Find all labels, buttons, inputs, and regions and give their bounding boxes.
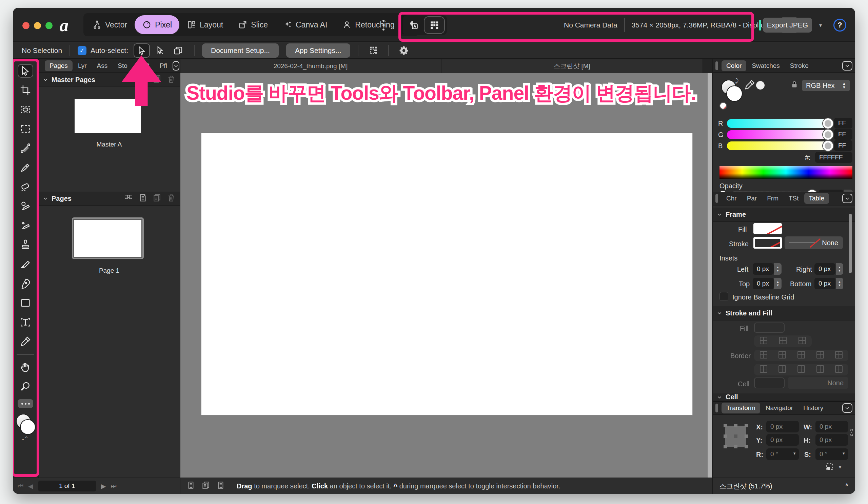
app-settings-button[interactable]: App Settings... (286, 43, 350, 58)
tab-color[interactable]: Color (722, 60, 746, 71)
tab-paragraph[interactable]: Par (742, 193, 762, 204)
assistant-button[interactable] (405, 17, 423, 33)
red-value[interactable]: FF (834, 118, 852, 128)
y-input[interactable]: 0 px (766, 434, 799, 446)
fill-color-well[interactable] (20, 419, 35, 435)
previous-page-button[interactable]: ◀ (28, 482, 33, 490)
marquee-settings-button[interactable] (366, 43, 381, 58)
view-tool[interactable] (18, 361, 33, 374)
gradient-tool[interactable] (18, 142, 33, 155)
sf-cell-style-button[interactable]: None (788, 377, 848, 389)
select-object-mode-button[interactable] (152, 43, 168, 58)
paint-brush-tool[interactable] (18, 161, 33, 174)
x-input[interactable]: 0 px (766, 421, 799, 432)
rotation-dropdown[interactable]: ▾ (793, 451, 796, 456)
shear-dropdown[interactable]: ▾ (843, 451, 845, 456)
panel-options-button[interactable] (842, 61, 852, 71)
hex-value[interactable]: FFFFFF (815, 152, 852, 163)
green-value[interactable]: FF (834, 129, 852, 140)
panel-options-button[interactable] (173, 61, 179, 71)
blue-slider-handle[interactable] (823, 141, 833, 151)
tab-navigator[interactable]: Navigator (761, 403, 798, 413)
frame-text-tool[interactable] (18, 316, 33, 329)
spectrum-bar[interactable] (720, 166, 852, 179)
last-page-button[interactable]: ⏭ (111, 482, 116, 490)
autoselect-checkbox[interactable]: ✓ (78, 46, 86, 55)
transform-mode-dropdown[interactable]: ▾ (839, 464, 841, 470)
pages-header[interactable]: Pages (39, 192, 180, 206)
tab-character[interactable]: Chr (722, 193, 742, 204)
tab-table[interactable]: Table (804, 193, 829, 204)
document-page[interactable] (201, 133, 693, 415)
green-slider[interactable] (727, 130, 830, 139)
persona-tab-layout[interactable]: Layout (179, 15, 230, 34)
red-slider-handle[interactable] (823, 119, 833, 128)
tab-text-styles[interactable]: TSt (784, 193, 804, 204)
tab-swatches[interactable]: Swatches (747, 60, 784, 71)
h-input[interactable]: 0 px (815, 434, 848, 446)
document-tab-thumb-png[interactable]: 2026-02-4_thumb.png [M] (180, 59, 441, 73)
panel-drag-handle[interactable] (715, 194, 718, 203)
more-tools-button[interactable] (18, 399, 33, 408)
panel-scrollbar[interactable] (849, 214, 852, 273)
minimize-window-button[interactable] (34, 22, 41, 29)
first-page-button[interactable]: ⏮ (18, 482, 23, 490)
select-mode-button[interactable] (134, 43, 150, 58)
export-jpeg-button[interactable]: Export JPEG (763, 18, 812, 33)
persona-tab-retouching[interactable]: Retouching (335, 15, 402, 34)
persona-tab-canva-ai[interactable]: Canva AI (275, 15, 335, 34)
persona-tab-slice[interactable]: Slice (230, 15, 275, 34)
color-picker-tool[interactable] (18, 335, 33, 348)
page-1-thumbnail[interactable] (72, 217, 144, 259)
panel-drag-handle[interactable] (715, 61, 718, 70)
notes-button[interactable] (216, 481, 225, 491)
panel-drag-handle[interactable] (715, 404, 718, 412)
zoom-tool[interactable] (18, 380, 33, 393)
frame-section-header[interactable]: Frame (713, 208, 855, 222)
lock-icon[interactable] (790, 80, 799, 89)
duplicate-page-button[interactable] (153, 193, 162, 204)
delete-master-button[interactable] (167, 75, 176, 85)
studio-grid-button[interactable] (424, 16, 445, 34)
sf-border-grid-row1[interactable] (754, 350, 848, 361)
pen-tool[interactable] (18, 277, 33, 290)
tab-stock[interactable]: Sto (113, 60, 132, 71)
w-input[interactable]: 0 px (815, 421, 848, 432)
add-page-button[interactable] (138, 193, 147, 204)
inset-bottom-input[interactable]: 0 px (814, 278, 836, 289)
color-replacement-brush-tool[interactable] (18, 219, 33, 232)
inset-top-stepper[interactable]: ▲▼ (774, 278, 782, 289)
erase-brush-tool[interactable] (18, 180, 33, 194)
inset-left-input[interactable]: 0 px (753, 263, 774, 275)
help-button[interactable]: ? (834, 19, 846, 32)
preflight-button[interactable] (186, 481, 195, 491)
swap-colors-icon[interactable]: ⤸ (735, 78, 738, 84)
blue-slider[interactable] (727, 142, 830, 150)
sf-fill-swatch[interactable] (754, 322, 785, 333)
select-group-mode-button[interactable] (170, 43, 186, 58)
selection-brush-tool[interactable] (18, 103, 33, 116)
sf-cell-swatch[interactable] (754, 378, 785, 388)
next-page-button[interactable]: ▶ (101, 482, 106, 490)
cell-section-header-truncated[interactable]: Cell (713, 393, 855, 401)
persona-tab-vector[interactable]: Vector (85, 15, 135, 34)
green-slider-handle[interactable] (823, 130, 833, 140)
close-window-button[interactable] (22, 22, 30, 29)
delete-page-button[interactable] (167, 193, 176, 204)
sf-border-grid-row2[interactable] (754, 364, 848, 376)
baseline-grid-checkbox[interactable] (720, 292, 728, 301)
anchor-point-selector[interactable] (725, 426, 746, 447)
master-a-thumbnail[interactable] (75, 99, 141, 133)
dodge-brush-tool[interactable] (18, 199, 33, 213)
eyedropper-icon[interactable] (744, 79, 755, 91)
persona-tab-pixel[interactable]: Pixel (135, 15, 179, 34)
document-setup-button[interactable]: Document Setup... (202, 43, 279, 58)
color-wells[interactable]: ⌄⌃ (15, 414, 35, 439)
add-section-button[interactable] (124, 193, 133, 204)
sf-fill-grid-buttons[interactable] (754, 336, 812, 347)
color-mode-select[interactable]: RGB Hex ▲▼ (802, 80, 850, 91)
blue-value[interactable]: FF (834, 140, 852, 151)
panel-options-button[interactable] (842, 403, 852, 413)
red-slider[interactable] (727, 119, 830, 128)
page-indicator[interactable]: 1 of 1 (38, 481, 96, 492)
